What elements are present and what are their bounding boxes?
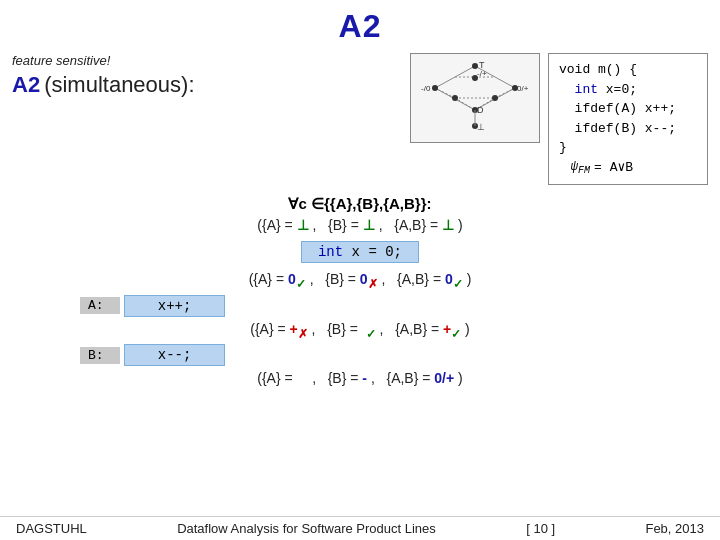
row2-close: ) bbox=[467, 271, 472, 287]
row3-comma1: , {B} = bbox=[312, 321, 362, 337]
row4-comma1: , {B} = bbox=[312, 370, 362, 386]
int-code-highlight: int x = 0; bbox=[301, 241, 419, 263]
code-line2: int x=0; bbox=[559, 80, 697, 100]
feature-sensitive-label: feature sensitive! bbox=[12, 53, 394, 68]
bottom-date: Feb, 2013 bbox=[645, 521, 704, 536]
row2-comma1: , {B} = bbox=[310, 271, 360, 287]
code-a: x++; bbox=[124, 295, 225, 317]
svg-point-19 bbox=[492, 95, 498, 101]
a2-heading: A2 (simultaneous): bbox=[12, 72, 394, 98]
row3-c-sub: ✓ bbox=[451, 326, 461, 339]
diagram-box: T -/0 0/+ -/+ D ⊥ bbox=[410, 53, 540, 143]
svg-point-18 bbox=[452, 95, 458, 101]
row1-c-check: ⊥ bbox=[442, 217, 454, 233]
code-b: x--; bbox=[124, 344, 225, 366]
bottom-page: [ 10 ] bbox=[526, 521, 555, 536]
svg-text:-/0: -/0 bbox=[421, 84, 431, 93]
row3-tuple: ({A} = +✗ , {B} = ✓ , {A,B} = +✓ ) bbox=[20, 321, 700, 341]
row1-text: ({A} = bbox=[257, 217, 296, 233]
psi-label bbox=[559, 158, 567, 178]
left-content: feature sensitive! A2 (simultaneous): bbox=[12, 53, 394, 98]
row2-comma2: , {A,B} = bbox=[382, 271, 445, 287]
row1-close: ) bbox=[458, 217, 463, 233]
label-b-row: B: x--; bbox=[20, 344, 700, 366]
row3-b-sub: ✓ bbox=[366, 326, 376, 339]
psi-line: ψFM = A∨B bbox=[559, 158, 697, 178]
row4-tuple: ({A} = , {B} = - , {A,B} = 0/+ ) bbox=[20, 370, 700, 386]
int-keyword: int bbox=[318, 244, 343, 260]
row1-comma2: , {A,B} = bbox=[379, 217, 442, 233]
code-line5: } bbox=[559, 138, 697, 158]
row4-b-val: - bbox=[362, 370, 371, 386]
svg-text:⊥: ⊥ bbox=[477, 122, 485, 132]
row3-a-sub: ✗ bbox=[298, 326, 308, 339]
forall-line: ∀c ∈{{A},{B},{A,B}}: bbox=[20, 195, 700, 213]
row3-c-val: + bbox=[443, 321, 451, 337]
row3-close: ) bbox=[465, 321, 470, 337]
code-line1: void m() { bbox=[559, 60, 697, 80]
row4-close: ) bbox=[458, 370, 463, 386]
code-display: void m() { int x=0; ifdef(A) x++; ifdef(… bbox=[548, 53, 708, 185]
int-rest: x = 0; bbox=[352, 244, 402, 260]
row2-a-sub: ✓ bbox=[296, 277, 306, 290]
row4-c-val: 0/+ bbox=[434, 370, 454, 386]
row2-c-val: 0 bbox=[445, 271, 453, 287]
row3-comma2: , {A,B} = bbox=[380, 321, 443, 337]
code-line3: ifdef(A) x++; bbox=[559, 99, 697, 119]
svg-text:-/+: -/+ bbox=[477, 69, 487, 78]
int-code-block: int x = 0; bbox=[20, 237, 700, 267]
right-boxes: T -/0 0/+ -/+ D ⊥ bbox=[410, 53, 708, 185]
row1-tuple: ({A} = ⊥ , {B} = ⊥ , {A,B} = ⊥ ) bbox=[20, 217, 700, 233]
row1-comma1: , {B} = bbox=[313, 217, 363, 233]
row2-b-val: 0 bbox=[360, 271, 368, 287]
a2-heading-label: A2 bbox=[12, 72, 40, 98]
bottom-left: DAGSTUHL bbox=[16, 521, 87, 536]
row4-prefix: ({A} = bbox=[257, 370, 300, 386]
lattice-diagram: T -/0 0/+ -/+ D ⊥ bbox=[415, 58, 535, 138]
page-title: A2 bbox=[0, 0, 720, 49]
bottom-bar: DAGSTUHL Dataflow Analysis for Software … bbox=[0, 516, 720, 540]
label-a: A: bbox=[80, 297, 120, 314]
svg-point-12 bbox=[432, 85, 438, 91]
row1-a-check: ⊥ bbox=[297, 217, 309, 233]
row4-a-val bbox=[304, 370, 308, 386]
top-section: feature sensitive! A2 (simultaneous): bbox=[0, 49, 720, 185]
main-content: ∀c ∈{{A},{B},{A,B}}: ({A} = ⊥ , {B} = ⊥ … bbox=[0, 185, 720, 387]
row3-a-val: + bbox=[290, 321, 298, 337]
row2-b-sub: ✗ bbox=[368, 277, 378, 290]
a2-subheading: (simultaneous): bbox=[44, 72, 194, 98]
label-a-row: A: x++; bbox=[20, 295, 700, 317]
svg-text:0/+: 0/+ bbox=[517, 84, 529, 93]
bottom-center: Dataflow Analysis for Software Product L… bbox=[177, 521, 436, 536]
row2-c-sub: ✓ bbox=[453, 277, 463, 290]
psi-fm: ψFM bbox=[571, 158, 590, 178]
psi-equals: = A∨B bbox=[594, 158, 633, 178]
row2-prefix: ({A} = bbox=[249, 271, 288, 287]
label-b: B: bbox=[80, 347, 120, 364]
code-line4: ifdef(B) x--; bbox=[559, 119, 697, 139]
row3-prefix: ({A} = bbox=[250, 321, 289, 337]
row1-b-check: ⊥ bbox=[363, 217, 375, 233]
row2-tuple: ({A} = 0✓ , {B} = 0✗ , {A,B} = 0✓ ) bbox=[20, 271, 700, 291]
svg-text:D: D bbox=[477, 105, 484, 115]
row2-a-val: 0 bbox=[288, 271, 296, 287]
forall-text: ∀c ∈{{A},{B},{A,B}}: bbox=[288, 195, 431, 212]
row4-comma2: , {A,B} = bbox=[371, 370, 434, 386]
